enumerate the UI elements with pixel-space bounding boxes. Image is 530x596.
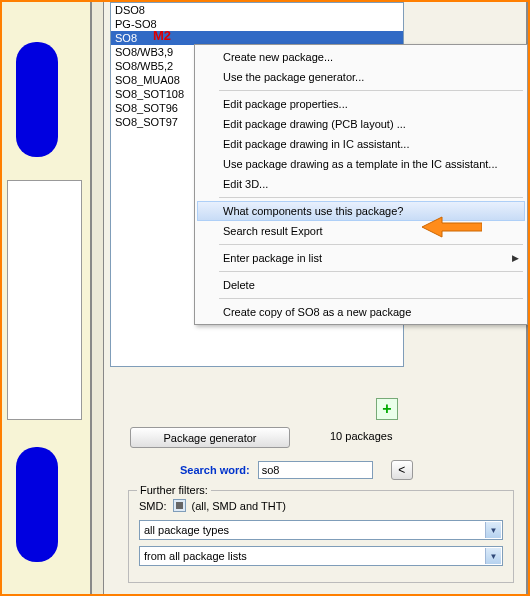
panel-divider (90, 2, 104, 594)
search-label: Search word: (180, 464, 250, 476)
menu-create-new[interactable]: Create new package... (197, 47, 525, 67)
back-icon: < (398, 463, 405, 477)
blank-area (7, 180, 82, 420)
package-types-select-row: all package types ▼ (139, 520, 503, 540)
button-label: Package generator (164, 432, 257, 444)
smd-filter-row: SMD: (all, SMD and THT) (139, 499, 503, 512)
smd-value: (all, SMD and THT) (192, 500, 287, 512)
pad-top (16, 42, 58, 157)
m2-annotation: M2 (153, 28, 171, 43)
menu-delete[interactable]: Delete (197, 275, 525, 295)
list-item[interactable]: DSO8 (111, 3, 403, 17)
select-value: all package types (144, 524, 229, 536)
add-package-button[interactable]: + (376, 398, 398, 420)
chevron-down-icon: ▼ (485, 548, 501, 564)
menu-separator (219, 271, 523, 272)
menu-use-generator[interactable]: Use the package generator... (197, 67, 525, 87)
menu-edit-pcb[interactable]: Edit package drawing (PCB layout) ... (197, 114, 525, 134)
left-column (2, 2, 92, 594)
menu-edit-props[interactable]: Edit package properties... (197, 94, 525, 114)
package-count-label: 10 packages (330, 430, 392, 442)
filter-legend: Further filters: (137, 484, 211, 496)
context-menu: Create new package... Use the package ge… (194, 44, 528, 325)
menu-item-label: Enter package in list (223, 252, 322, 264)
menu-edit-ic[interactable]: Edit package drawing in IC assistant... (197, 134, 525, 154)
menu-separator (219, 244, 523, 245)
pad-bottom (16, 447, 58, 562)
menu-edit-3d[interactable]: Edit 3D... (197, 174, 525, 194)
app-frame: DSO8 PG-SO8 SO8 SO8/WB3,9 SO8/WB5,2 SO8_… (0, 0, 530, 596)
submenu-arrow-icon: ▶ (512, 253, 519, 263)
package-types-select[interactable]: all package types ▼ (139, 520, 503, 540)
filter-group: Further filters: SMD: (all, SMD and THT)… (128, 490, 514, 583)
svg-marker-0 (422, 217, 482, 237)
menu-create-copy[interactable]: Create copy of SO8 as a new package (197, 302, 525, 322)
menu-enter-in-list[interactable]: Enter package in list ▶ (197, 248, 525, 268)
select-value: from all package lists (144, 550, 247, 562)
plus-icon: + (382, 400, 391, 418)
search-row: Search word: < (110, 457, 518, 483)
package-generator-button[interactable]: Package generator (130, 427, 290, 448)
menu-use-template[interactable]: Use package drawing as a template in the… (197, 154, 525, 174)
package-lists-select-row: from all package lists ▼ (139, 546, 503, 566)
package-lists-select[interactable]: from all package lists ▼ (139, 546, 503, 566)
menu-separator (219, 90, 523, 91)
menu-separator (219, 197, 523, 198)
pointer-arrow-icon (422, 215, 482, 239)
smd-tristate-checkbox[interactable] (173, 499, 186, 512)
chevron-down-icon: ▼ (485, 522, 501, 538)
smd-label: SMD: (139, 500, 167, 512)
search-input[interactable] (258, 461, 373, 479)
menu-separator (219, 298, 523, 299)
search-back-button[interactable]: < (391, 460, 413, 480)
